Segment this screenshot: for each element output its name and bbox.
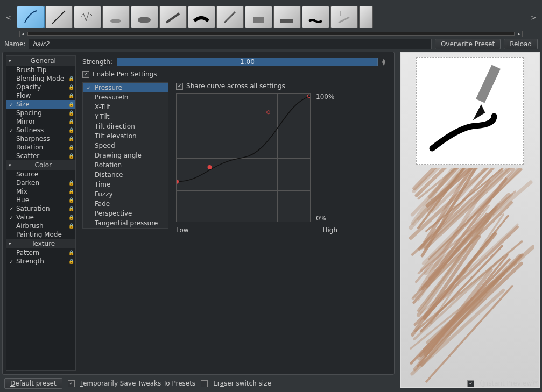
sensor-item[interactable]: Tilt direction: [83, 122, 168, 131]
curve-editor[interactable]: [176, 93, 311, 222]
category-item[interactable]: ✓Softness🔒: [6, 126, 75, 134]
curve-x-max: High: [322, 226, 337, 234]
instant-preview-checkbox[interactable]: [467, 380, 474, 387]
category-item[interactable]: ✓Size🔒: [6, 100, 75, 109]
preset-thumb[interactable]: [188, 6, 215, 28]
preset-thumbnails: T: [17, 6, 525, 28]
category-item[interactable]: Brush Tip: [6, 66, 75, 74]
scroll-left-icon[interactable]: ◂: [19, 31, 26, 37]
lock-icon: 🔒: [68, 136, 74, 141]
settings-panel: ▾GeneralBrush TipBlending Mode🔒Opacity🔒F…: [2, 52, 395, 375]
lock-icon: 🔒: [68, 180, 74, 186]
preset-thumb[interactable]: [74, 6, 101, 28]
sensor-item[interactable]: Tilt elevation: [83, 131, 168, 141]
eraser-switch-checkbox[interactable]: [201, 380, 208, 387]
share-curve-label: Share curve across all settings: [186, 82, 285, 90]
preset-thumb[interactable]: [17, 6, 44, 28]
preset-thumb[interactable]: [302, 6, 329, 28]
sensor-item[interactable]: Speed: [83, 141, 168, 151]
sensor-item[interactable]: PressureIn: [83, 92, 168, 102]
category-header[interactable]: ▾Texture: [6, 239, 75, 248]
sensor-item[interactable]: Rotation: [83, 160, 168, 170]
preset-next-button[interactable]: >: [527, 13, 540, 22]
instant-preview-label: (Instant Preview)*: [480, 380, 538, 387]
category-item[interactable]: Hue🔒: [6, 196, 75, 204]
preset-thumb[interactable]: [131, 6, 158, 28]
curve-x-min: Low: [176, 226, 189, 234]
preset-scrollbar[interactable]: [27, 32, 515, 36]
lock-icon: 🔒: [68, 145, 74, 150]
preset-thumb[interactable]: [159, 6, 187, 28]
category-header[interactable]: ▾General: [6, 56, 75, 66]
sensor-item[interactable]: Distance: [83, 170, 168, 180]
preset-thumb[interactable]: [216, 6, 244, 28]
lock-icon: 🔒: [68, 102, 74, 107]
share-curve-checkbox[interactable]: [176, 83, 183, 90]
preset-thumb[interactable]: T: [330, 6, 358, 28]
category-item[interactable]: Spacing🔒: [6, 109, 75, 117]
preset-thumb[interactable]: [102, 6, 130, 28]
settings-category-list[interactable]: ▾GeneralBrush TipBlending Mode🔒Opacity🔒F…: [6, 55, 76, 371]
preset-thumb[interactable]: [359, 6, 373, 28]
category-item[interactable]: Mix🔒: [6, 187, 75, 196]
category-item[interactable]: Airbrush🔒: [6, 222, 75, 230]
enable-pen-label: Enable Pen Settings: [93, 70, 157, 78]
svg-point-5: [177, 180, 179, 184]
svg-rect-3: [280, 19, 293, 23]
default-preset-button[interactable]: Default preset: [4, 378, 62, 389]
category-item[interactable]: Painting Mode: [6, 230, 75, 239]
sensor-item[interactable]: Drawing angle: [83, 151, 168, 160]
category-item[interactable]: ✓Value🔒: [6, 213, 75, 222]
category-item[interactable]: Opacity🔒: [6, 83, 75, 91]
enable-pen-checkbox[interactable]: [82, 71, 89, 78]
sensor-list[interactable]: ✓PressurePressureInX-TiltY-TiltTilt dire…: [82, 82, 168, 229]
svg-point-1: [138, 17, 151, 23]
preset-thumb[interactable]: [45, 6, 73, 28]
sensor-item[interactable]: Time: [83, 180, 168, 189]
stroke-preview: [405, 168, 534, 383]
temp-save-checkbox[interactable]: [68, 380, 75, 387]
sensor-item[interactable]: X-Tilt: [83, 102, 168, 112]
lock-icon: 🔒: [68, 84, 74, 90]
category-item[interactable]: Darken🔒: [6, 179, 75, 187]
strength-slider[interactable]: 1.00: [117, 58, 378, 66]
sensor-item[interactable]: Fuzzy: [83, 189, 168, 199]
strength-spinbox[interactable]: ▲▼: [382, 59, 389, 66]
category-item[interactable]: Rotation🔒: [6, 143, 75, 152]
preset-thumb[interactable]: [273, 6, 301, 28]
category-item[interactable]: Flow🔒: [6, 91, 75, 100]
category-item[interactable]: Blending Mode🔒: [6, 74, 75, 83]
category-item[interactable]: Sharpness🔒: [6, 134, 75, 143]
sensor-item[interactable]: Tangential pressure: [83, 218, 168, 228]
brush-preview: [400, 52, 540, 388]
sensor-item[interactable]: Fade: [83, 199, 168, 209]
lock-icon: 🔒: [68, 93, 74, 98]
curve-y-max: 100%: [316, 93, 334, 101]
sensor-item[interactable]: ✓Pressure: [83, 83, 168, 92]
preset-thumb[interactable]: [245, 6, 272, 28]
lock-icon: 🔒: [68, 259, 74, 264]
overwrite-preset-button[interactable]: Overwrite Preset: [435, 39, 501, 49]
category-item[interactable]: ✓Strength🔒: [6, 257, 75, 266]
lock-icon: 🔒: [68, 189, 74, 194]
category-item[interactable]: Source: [6, 170, 75, 179]
preset-name-input[interactable]: [29, 39, 431, 49]
lock-icon: 🔒: [68, 206, 74, 211]
category-item[interactable]: Pattern🔒: [6, 248, 75, 257]
brush-tip-preview: [416, 57, 524, 165]
scroll-right-icon[interactable]: ▸: [516, 31, 523, 37]
lock-icon: 🔒: [68, 197, 74, 203]
reload-button[interactable]: Reload: [504, 39, 538, 49]
sensor-item[interactable]: Y-Tilt: [83, 112, 168, 122]
category-item[interactable]: Mirror🔒: [6, 117, 75, 126]
svg-point-0: [110, 19, 121, 23]
svg-point-7: [267, 111, 270, 114]
category-item[interactable]: ✓Saturation🔒: [6, 204, 75, 213]
svg-rect-2: [253, 17, 264, 23]
sensor-item[interactable]: Perspective: [83, 209, 168, 218]
svg-text:T: T: [337, 10, 342, 17]
category-header[interactable]: ▾Color: [6, 160, 75, 170]
preset-prev-button[interactable]: <: [2, 13, 15, 22]
category-item[interactable]: Scatter🔒: [6, 152, 75, 160]
lock-icon: 🔒: [68, 250, 74, 255]
